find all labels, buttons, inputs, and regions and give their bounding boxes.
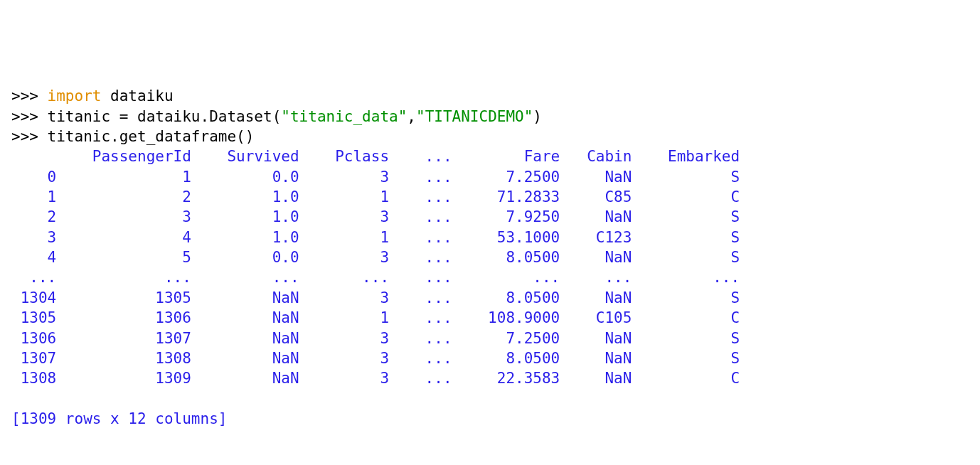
output-line: >>> titanic = dataiku.Dataset("titanic_d…: [11, 107, 969, 127]
df-cell: 8.0500: [452, 350, 560, 367]
df-cell: 1: [299, 229, 389, 246]
df-row-index: 0: [11, 169, 56, 186]
df-cell: C85: [560, 188, 632, 205]
df-col-header: Embarked: [632, 148, 740, 165]
df-cell: 3: [299, 289, 389, 306]
df-cell: ...: [389, 229, 452, 246]
df-cell: C123: [560, 229, 632, 246]
df-col-header: Pclass: [299, 148, 389, 165]
df-row-index: ...: [11, 269, 56, 286]
output-line: >>> import dataiku: [11, 86, 969, 106]
code-segment: "TITANICDEMO": [416, 108, 533, 125]
df-cell: ...: [389, 370, 452, 387]
output-line: 0 1 0.0 3 ... 7.2500 NaN S: [11, 167, 969, 187]
df-cell: 3: [299, 350, 389, 367]
df-cell: 1.0: [191, 229, 299, 246]
df-cell: NaN: [560, 289, 632, 306]
df-cell: ...: [389, 169, 452, 186]
df-col-header: ...: [389, 148, 452, 165]
df-cell: NaN: [560, 370, 632, 387]
df-row-index: 1308: [11, 370, 56, 387]
df-cell: ...: [191, 269, 299, 286]
df-cell: 1.0: [191, 188, 299, 205]
df-cell: S: [632, 289, 740, 306]
df-cell: 7.9250: [452, 208, 560, 225]
df-row-index: 1306: [11, 330, 56, 347]
code-segment: titanic.get_dataframe(): [48, 128, 255, 145]
df-row-index: 3: [11, 229, 56, 246]
output-line: 1 2 1.0 1 ... 71.2833 C85 C: [11, 187, 969, 207]
df-cell: 7.2500: [452, 169, 560, 186]
df-cell: NaN: [191, 309, 299, 326]
df-cell: 1307: [56, 330, 191, 347]
df-cell: ...: [389, 309, 452, 326]
blank-line: [11, 390, 21, 407]
df-cell: ...: [389, 350, 452, 367]
df-cell: ...: [299, 269, 389, 286]
code-segment: "titanic_data": [281, 108, 407, 125]
df-cell: 1: [56, 169, 191, 186]
df-cell: 108.9000: [452, 309, 560, 326]
df-cell: ...: [389, 188, 452, 205]
repl-prompt: >>>: [11, 108, 48, 125]
df-col-header: Cabin: [560, 148, 632, 165]
output-line: 3 4 1.0 1 ... 53.1000 C123 S: [11, 228, 969, 247]
df-cell: ...: [389, 289, 452, 306]
df-col-header: Fare: [452, 148, 560, 165]
df-cell: ...: [560, 269, 632, 286]
df-cell: NaN: [191, 289, 299, 306]
output-line: PassengerId Survived Pclass ... Fare Cab…: [11, 146, 969, 166]
output-line: 1307 1308 NaN 3 ... 8.0500 NaN S: [11, 348, 969, 368]
df-cell: ...: [389, 208, 452, 225]
python-repl-output: >>> import dataiku>>> titanic = dataiku.…: [11, 86, 969, 429]
df-col-header: PassengerId: [56, 148, 191, 165]
repl-prompt: >>>: [11, 87, 48, 105]
df-cell: ...: [632, 269, 740, 286]
df-cell: C: [632, 370, 740, 387]
df-cell: 3: [299, 169, 389, 186]
df-cell: ...: [389, 330, 452, 347]
df-cell: S: [632, 330, 740, 347]
df-cell: 1306: [56, 309, 191, 326]
df-cell: NaN: [191, 350, 299, 367]
code-segment: ,: [407, 108, 416, 125]
df-cell: ...: [452, 269, 560, 286]
df-cell: 8.0500: [452, 289, 560, 306]
df-cell: S: [632, 169, 740, 186]
df-cell: NaN: [560, 330, 632, 347]
df-cell: S: [632, 249, 740, 266]
output-line: 4 5 0.0 3 ... 8.0500 NaN S: [11, 247, 969, 267]
output-line: [1309 rows x 12 columns]: [11, 409, 969, 429]
output-line: 1305 1306 NaN 1 ... 108.9000 C105 C: [11, 308, 969, 328]
df-cell: NaN: [560, 249, 632, 266]
df-cell: 1308: [56, 350, 191, 367]
df-cell: S: [632, 350, 740, 367]
df-cell: 1.0: [191, 208, 299, 225]
df-cell: 1: [299, 309, 389, 326]
df-cell: ...: [389, 249, 452, 266]
df-shape-summary: [1309 rows x 12 columns]: [11, 410, 227, 427]
df-cell: ...: [56, 269, 191, 286]
df-cell: 22.3583: [452, 370, 560, 387]
df-cell: 1309: [56, 370, 191, 387]
df-row-index: 1305: [11, 309, 56, 326]
df-cell: 1: [299, 188, 389, 205]
df-cell: C: [632, 188, 740, 205]
df-cell: C: [632, 309, 740, 326]
df-cell: NaN: [191, 370, 299, 387]
output-line: 2 3 1.0 3 ... 7.9250 NaN S: [11, 207, 969, 227]
df-cell: NaN: [191, 330, 299, 347]
output-line: 1308 1309 NaN 3 ... 22.3583 NaN C: [11, 368, 969, 388]
df-cell: 0.0: [191, 169, 299, 186]
df-col-header: Survived: [191, 148, 299, 165]
df-cell: NaN: [560, 169, 632, 186]
df-row-index: 1307: [11, 350, 56, 367]
df-cell: 3: [299, 330, 389, 347]
df-cell: C105: [560, 309, 632, 326]
df-cell: ...: [389, 269, 452, 286]
df-cell: 3: [299, 370, 389, 387]
df-cell: NaN: [560, 208, 632, 225]
df-cell: 71.2833: [452, 188, 560, 205]
df-cell: 5: [56, 249, 191, 266]
df-row-index: 1: [11, 188, 56, 205]
